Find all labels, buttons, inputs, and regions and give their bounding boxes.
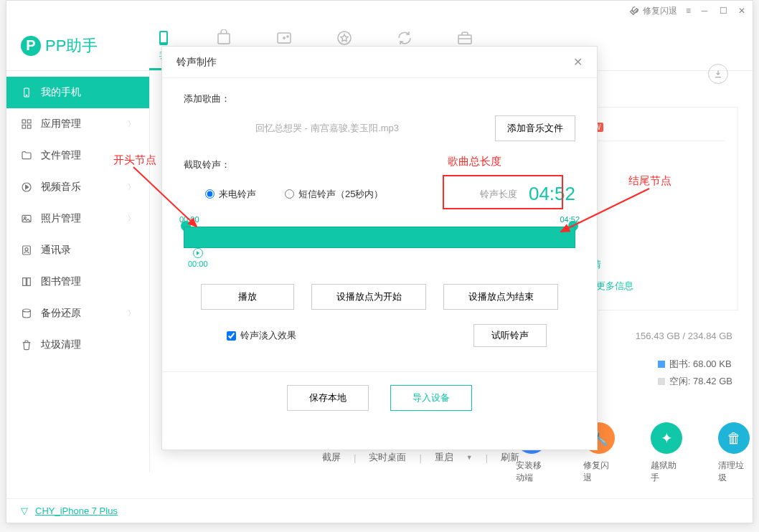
fix-flashback-link[interactable]: 修复闪退: [628, 5, 677, 17]
save-local-button[interactable]: 保存本地: [287, 385, 369, 411]
fade-checkbox[interactable]: 铃声淡入效果: [227, 329, 296, 342]
sidebar-label: 图书管理: [41, 275, 81, 288]
sidebar-label: 视频音乐: [41, 181, 81, 194]
svg-rect-9: [22, 120, 26, 123]
svg-rect-16: [23, 246, 31, 255]
svg-rect-1: [161, 32, 166, 42]
radio-call-input[interactable]: [205, 189, 214, 199]
svg-rect-11: [22, 125, 26, 128]
logo-icon: P: [21, 36, 41, 56]
sidebar-item-myphone[interactable]: 我的手机: [6, 77, 149, 108]
chevron-icon: 〉: [128, 119, 135, 129]
playhead-time: 00:00: [188, 260, 208, 268]
length-value: 04:52: [529, 183, 575, 205]
reboot-btn[interactable]: 重启: [435, 451, 453, 464]
sidebar-item-backup[interactable]: 备份还原 〉: [6, 298, 149, 329]
import-device-button[interactable]: 导入设备: [390, 385, 472, 411]
add-song-label: 添加歌曲：: [184, 92, 575, 105]
sidebar-label: 通讯录: [41, 244, 71, 257]
sidebar-item-contacts[interactable]: 通讯录: [6, 234, 149, 266]
svg-rect-12: [27, 125, 31, 128]
radio-call[interactable]: 来电铃声: [205, 188, 256, 201]
set-end-button[interactable]: 设播放点为结束: [443, 284, 558, 310]
svg-point-17: [25, 248, 28, 251]
minimize-button[interactable]: ─: [699, 6, 710, 16]
song-filename: 回忆总想哭 - 南宫嘉骏,姜玉阳.mp3: [255, 122, 399, 135]
storage-text: 156.43 GB / 234.84 GB: [636, 331, 732, 341]
svg-point-18: [23, 309, 31, 312]
svg-point-8: [26, 95, 27, 95]
sidebar-label: 照片管理: [41, 212, 81, 225]
sidebar-item-books[interactable]: 图书管理: [6, 266, 149, 298]
logo-text: PP助手: [45, 35, 98, 57]
app-logo: P PP助手: [21, 35, 98, 57]
sidebar: 我的手机 应用管理 〉 文件管理 视频音乐 〉 照片管理 〉: [6, 71, 150, 472]
radio-sms[interactable]: 短信铃声（25秒内）: [285, 188, 383, 201]
maximize-button[interactable]: ☐: [718, 6, 728, 16]
cut-ringtone-label: 截取铃声：: [184, 158, 230, 171]
chevron-icon: 〉: [128, 214, 135, 224]
add-music-button[interactable]: 添加音乐文件: [495, 115, 575, 141]
sidebar-item-trash[interactable]: 垃圾清理: [6, 329, 149, 361]
status-bar: ▽ CHY_iPhone 7 Plus: [6, 498, 753, 523]
fix-flashback-label: 修复闪退: [643, 5, 677, 17]
sidebar-label: 备份还原: [41, 307, 81, 320]
close-button[interactable]: ✕: [737, 6, 747, 16]
refresh-btn[interactable]: 刷新: [501, 451, 519, 464]
sidebar-label: 文件管理: [41, 149, 81, 162]
sidebar-item-photos[interactable]: 照片管理 〉: [6, 203, 149, 234]
radio-sms-input[interactable]: [285, 189, 294, 199]
device-link[interactable]: CHY_iPhone 7 Plus: [35, 505, 118, 516]
modal-title: 铃声制作: [176, 56, 217, 69]
sidebar-label: 应用管理: [41, 118, 81, 130]
sidebar-label: 垃圾清理: [41, 338, 81, 351]
svg-rect-10: [27, 120, 31, 123]
preview-button[interactable]: 试听铃声: [473, 324, 547, 347]
disk-usage: 图书: 68.00 KB 空闲: 78.42 GB: [658, 358, 732, 392]
svg-rect-2: [218, 34, 230, 44]
chevron-icon: 〉: [128, 182, 135, 192]
track-editor[interactable]: 00:00 04:52 00:00: [184, 227, 575, 248]
desktop-btn[interactable]: 实时桌面: [369, 451, 406, 464]
fade-checkbox-input[interactable]: [227, 331, 236, 341]
set-start-button[interactable]: 设播放点为开始: [311, 284, 426, 310]
sidebar-item-media[interactable]: 视频音乐 〉: [6, 171, 149, 203]
action-jailbreak[interactable]: ✦越狱助手: [651, 422, 682, 484]
playhead-icon: [193, 248, 203, 258]
svg-point-4: [287, 36, 288, 37]
playhead[interactable]: 00:00: [188, 248, 208, 268]
action-clean[interactable]: 🗑清理垃圾: [718, 422, 750, 484]
svg-rect-6: [458, 35, 471, 44]
sidebar-item-apps[interactable]: 应用管理 〉: [6, 108, 149, 140]
menu-icon[interactable]: ≡: [686, 6, 691, 16]
modal-close-button[interactable]: ✕: [573, 55, 583, 69]
waveform-track[interactable]: [184, 227, 575, 248]
sidebar-item-files[interactable]: 文件管理: [6, 140, 149, 171]
sidebar-label: 我的手机: [41, 86, 81, 99]
chevron-icon: 〉: [128, 308, 135, 318]
disk-free: 空闲: 78.42 GB: [669, 375, 732, 388]
length-label: 铃声长度: [480, 188, 517, 201]
screenshot-btn[interactable]: 截屏: [322, 451, 341, 464]
ringtone-modal: 铃声制作 ✕ 添加歌曲： 回忆总想哭 - 南宫嘉骏,姜玉阳.mp3 添加音乐文件…: [161, 46, 598, 450]
disk-books: 图书: 68.00 KB: [669, 358, 732, 371]
play-button[interactable]: 播放: [201, 284, 294, 310]
device-status-dot: ▽: [21, 505, 28, 516]
